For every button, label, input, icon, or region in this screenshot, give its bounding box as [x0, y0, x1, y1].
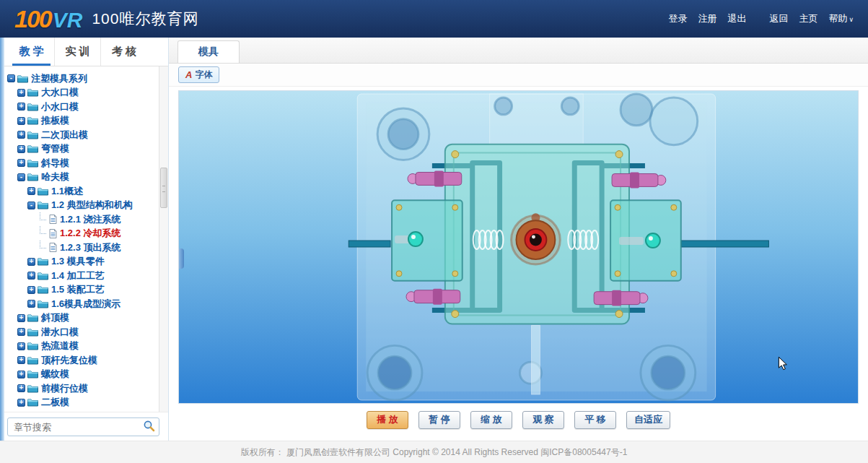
zoom-button[interactable]: 缩 放 [470, 411, 512, 429]
tree-item[interactable]: +顶杆先复位模 [7, 353, 157, 368]
tree-item[interactable]: +斜顶模 [7, 311, 157, 326]
sidebar-tab-teaching[interactable]: 教 学 [9, 38, 55, 66]
sidebar-scrollbar[interactable] [159, 66, 168, 412]
tree-item-label: 螺纹模 [41, 368, 69, 381]
expand-icon[interactable]: + [27, 300, 35, 308]
tree-item-label: 弯管模 [41, 142, 69, 155]
tree-item[interactable]: +弯管模 [7, 142, 157, 157]
folder-icon [27, 356, 38, 365]
expand-icon[interactable]: + [27, 187, 35, 195]
expand-icon[interactable]: + [17, 342, 25, 350]
folder-icon [27, 342, 38, 350]
expand-icon[interactable]: + [17, 371, 25, 378]
folder-icon [27, 144, 38, 153]
expand-icon[interactable]: + [17, 384, 25, 392]
expand-icon[interactable]: + [17, 117, 25, 125]
tree-item[interactable]: +大水口模 [7, 86, 157, 100]
expand-icon[interactable]: + [17, 145, 25, 153]
expand-icon[interactable]: + [17, 103, 25, 111]
site-logo[interactable]: 100 VR [14, 5, 82, 33]
folder-icon [27, 398, 38, 407]
mold-3d-model [179, 91, 858, 403]
expand-icon[interactable]: + [17, 131, 25, 139]
tree-item[interactable]: +潜水口模 [7, 325, 157, 339]
folder-icon [38, 272, 48, 280]
nav-link-logout[interactable]: 退出 [727, 12, 746, 25]
sidebar-tab-training[interactable]: 实 训 [55, 38, 101, 66]
tree-item[interactable]: 1.2.3 顶出系统 [7, 241, 157, 255]
tree-item[interactable]: 1.2.2 冷却系统 [7, 227, 157, 241]
folder-icon [27, 313, 38, 322]
nav-link-home[interactable]: 主页 [799, 12, 817, 25]
nav-link-register[interactable]: 注册 [698, 12, 716, 25]
chevron-down-icon: ∨ [849, 16, 854, 23]
collapse-icon[interactable]: - [17, 173, 25, 181]
tree-item[interactable]: +二板模 [7, 396, 157, 410]
tree-item[interactable]: +二次顶出模 [7, 128, 157, 142]
collapse-icon[interactable]: - [7, 74, 15, 82]
tree-item[interactable]: -注塑模具系列 [7, 72, 157, 86]
tree-item[interactable]: +1.3 模具零件 [7, 255, 157, 269]
folder-icon [27, 370, 38, 378]
tree-item[interactable]: +前模行位模 [7, 381, 157, 396]
document-icon [49, 215, 57, 224]
play-button[interactable]: 播 放 [367, 411, 408, 429]
expand-icon[interactable]: + [17, 159, 25, 167]
expand-icon[interactable]: + [27, 286, 35, 294]
tree-item-label: 1.2.3 顶出系统 [60, 241, 121, 254]
tree-item-label: 斜顶模 [41, 311, 69, 324]
tree-item[interactable]: +1.6模具成型演示 [7, 297, 157, 311]
tree-item[interactable]: +斜导模 [7, 156, 157, 170]
expand-icon[interactable]: + [17, 328, 25, 336]
search-button[interactable] [142, 419, 156, 435]
logo-100: 100 [14, 5, 51, 33]
pan-button[interactable]: 平 移 [574, 411, 616, 429]
search-input[interactable] [14, 422, 142, 433]
nav-link-login[interactable]: 登录 [668, 12, 687, 25]
expand-icon[interactable]: + [17, 356, 25, 364]
expand-icon[interactable]: + [27, 258, 35, 266]
folder-icon [38, 300, 48, 308]
tab-mold[interactable]: 模具 [177, 40, 240, 63]
nav-link-help[interactable]: 帮助∨ [828, 12, 854, 25]
scrollbar-thumb[interactable] [160, 168, 167, 208]
tree-item[interactable]: -哈夫模 [7, 170, 157, 185]
pipe-left [348, 241, 390, 247]
tree-item[interactable]: +热流道模 [7, 339, 157, 354]
document-icon [49, 243, 57, 252]
tree-item-label: 1.2.2 冷却系统 [60, 227, 121, 240]
auto-fit-button[interactable]: 自适应 [626, 411, 670, 429]
sidebar-collapse-handle[interactable] [179, 248, 184, 269]
viewer-3d-canvas[interactable] [178, 90, 859, 404]
tree-item[interactable]: +推板模 [7, 114, 157, 129]
tree-item-label: 1.4 加工工艺 [51, 269, 105, 282]
folder-icon [38, 285, 48, 294]
tree-item[interactable]: +1.4 加工工艺 [7, 269, 157, 283]
tree-item-label: 1.2 典型结构和机构 [51, 199, 133, 212]
main-panel: 模具 A 字体 [169, 38, 868, 441]
tree-item[interactable]: +小水口模 [7, 100, 157, 114]
observe-button[interactable]: 观 察 [522, 411, 564, 429]
font-button[interactable]: A 字体 [178, 66, 219, 83]
pause-button[interactable]: 暂 停 [418, 411, 460, 429]
footer: 版权所有： 厦门凤凰创壹软件有限公司 Copyright © 2014 All … [0, 441, 868, 463]
document-icon [49, 229, 57, 238]
tree-item[interactable]: +1.1概述 [7, 184, 157, 199]
sidebar-tabs: 教 学实 训考 核 [0, 38, 168, 66]
tree-item[interactable]: +螺纹模 [7, 368, 157, 382]
tree-item-label: 1.2.1 浇注系统 [60, 213, 121, 226]
tree-item[interactable]: -1.2 典型结构和机构 [7, 199, 157, 213]
sidebar-tab-assessment[interactable]: 考 核 [101, 38, 147, 66]
site-title: 100唯尔教育网 [92, 9, 198, 29]
tree-item[interactable]: +1.5 装配工艺 [7, 283, 157, 298]
collapse-icon[interactable]: - [27, 202, 35, 209]
expand-icon[interactable]: + [27, 272, 35, 280]
expand-icon[interactable]: + [17, 399, 25, 407]
expand-icon[interactable]: + [17, 89, 25, 97]
tree-item-label: 热流道模 [41, 339, 79, 352]
folder-icon [17, 74, 28, 83]
expand-icon[interactable]: + [17, 314, 25, 322]
nav-link-back[interactable]: 返回 [769, 12, 788, 25]
tree-item[interactable]: 1.2.1 浇注系统 [7, 212, 157, 227]
ejector-slot [531, 325, 540, 394]
